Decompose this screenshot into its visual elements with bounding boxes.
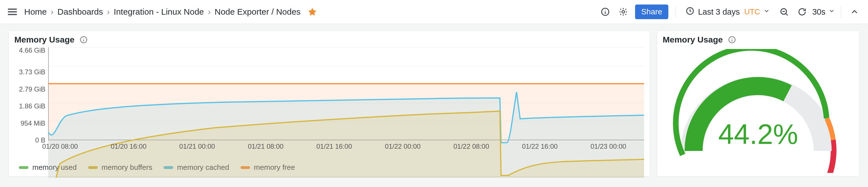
svg-line-6 xyxy=(786,13,788,15)
x-tick: 01/22 00:00 xyxy=(385,143,421,150)
panels-row: Memory Usage 4.66 GiB 3.73 GiB 2.79 GiB … xyxy=(0,24,868,178)
y-tick: 4.66 GiB xyxy=(14,46,48,54)
refresh-button[interactable] xyxy=(794,4,810,20)
time-range-picker[interactable]: Last 3 days UTC xyxy=(682,4,774,20)
chevron-down-icon xyxy=(828,7,835,16)
y-tick: 3.73 GiB xyxy=(14,68,48,76)
panel-memory-timeseries: Memory Usage 4.66 GiB 3.73 GiB 2.79 GiB … xyxy=(8,31,650,177)
timezone-badge: UTC xyxy=(744,8,760,16)
share-button[interactable]: Share xyxy=(635,4,669,19)
chevron-right-icon: › xyxy=(51,7,54,17)
gauge-value: 44.2% xyxy=(668,118,848,150)
chevron-right-icon: › xyxy=(208,7,211,17)
y-axis: 4.66 GiB 3.73 GiB 2.79 GiB 1.86 GiB 954 … xyxy=(14,47,48,140)
breadcrumb-current[interactable]: Node Exporter / Nodes xyxy=(215,7,301,17)
x-tick: 01/22 08:00 xyxy=(454,143,489,150)
y-tick: 2.79 GiB xyxy=(14,85,48,93)
timeseries-plot[interactable]: 4.66 GiB 3.73 GiB 2.79 GiB 1.86 GiB 954 … xyxy=(48,47,644,140)
svg-point-2 xyxy=(605,9,606,10)
panel-title: Memory Usage xyxy=(14,35,74,44)
svg-point-3 xyxy=(622,10,624,13)
legend-swatch xyxy=(19,166,28,169)
timeseries-body: 4.66 GiB 3.73 GiB 2.79 GiB 1.86 GiB 954 … xyxy=(9,45,650,161)
breadcrumb-home[interactable]: Home xyxy=(24,7,47,17)
menu-toggle[interactable] xyxy=(5,4,20,19)
divider xyxy=(676,6,676,18)
x-tick: 01/20 08:00 xyxy=(42,143,78,150)
panel-header[interactable]: Memory Usage xyxy=(657,31,859,45)
refresh-interval-label: 30s xyxy=(812,7,826,17)
info-icon[interactable] xyxy=(80,35,88,44)
time-range-label: Last 3 days xyxy=(698,7,740,17)
x-tick: 01/23 00:00 xyxy=(591,143,626,150)
info-icon[interactable] xyxy=(728,35,736,44)
collapse-row-icon[interactable] xyxy=(846,4,862,20)
refresh-interval-picker[interactable]: 30s xyxy=(812,7,835,17)
timeseries-svg xyxy=(48,47,644,178)
svg-point-17 xyxy=(732,38,732,38)
breadcrumb-folder[interactable]: Integration - Linux Node xyxy=(114,7,204,17)
x-tick: 01/20 16:00 xyxy=(111,143,147,150)
breadcrumb-dashboards[interactable]: Dashboards xyxy=(58,7,103,17)
y-tick: 954 MiB xyxy=(14,119,48,127)
breadcrumb: Home › Dashboards › Integration - Linux … xyxy=(24,7,317,17)
panel-header[interactable]: Memory Usage xyxy=(9,31,650,45)
clock-icon xyxy=(685,6,694,18)
gauge: 44.2% xyxy=(668,49,848,173)
star-icon[interactable] xyxy=(307,7,317,17)
info-icon[interactable] xyxy=(597,4,613,20)
panel-memory-gauge: Memory Usage xyxy=(657,31,860,177)
gauge-body[interactable]: 44.2% xyxy=(657,45,859,176)
chevron-right-icon: › xyxy=(107,7,110,17)
divider xyxy=(841,6,841,18)
panel-title: Memory Usage xyxy=(663,35,723,44)
settings-icon[interactable] xyxy=(615,4,631,20)
x-tick: 01/21 00:00 xyxy=(179,143,215,150)
x-axis: 01/20 08:00 01/20 16:00 01/21 00:00 01/2… xyxy=(48,140,644,154)
y-tick: 1.86 GiB xyxy=(14,102,48,110)
chevron-down-icon xyxy=(763,7,770,16)
x-tick: 01/21 08:00 xyxy=(248,143,284,150)
topbar: Home › Dashboards › Integration - Linux … xyxy=(0,0,868,24)
svg-point-10 xyxy=(83,38,84,38)
zoom-out-button[interactable] xyxy=(776,4,792,20)
x-tick: 01/21 16:00 xyxy=(316,143,352,150)
x-tick: 01/22 16:00 xyxy=(522,143,558,150)
